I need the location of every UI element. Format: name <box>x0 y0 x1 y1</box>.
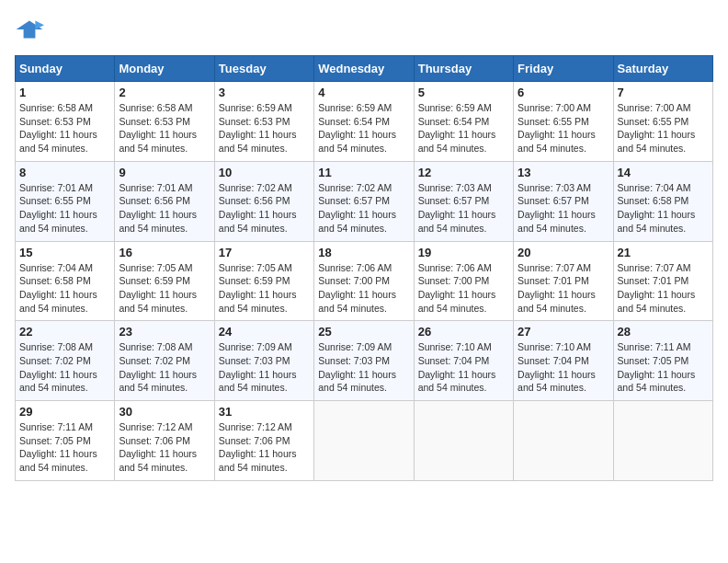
calendar-cell: 23Sunrise: 7:08 AMSunset: 7:02 PMDayligh… <box>115 321 214 401</box>
day-info: Sunrise: 6:59 AMSunset: 6:54 PMDaylight:… <box>418 101 509 155</box>
day-number: 21 <box>618 246 709 259</box>
day-number: 24 <box>219 325 310 339</box>
calendar-week-row: 22Sunrise: 7:08 AMSunset: 7:02 PMDayligh… <box>16 321 713 401</box>
calendar-cell: 22Sunrise: 7:08 AMSunset: 7:02 PMDayligh… <box>16 321 115 401</box>
day-info: Sunrise: 7:05 AMSunset: 6:59 PMDaylight:… <box>119 261 210 316</box>
calendar-cell <box>414 401 513 481</box>
day-number: 11 <box>318 166 409 179</box>
day-number: 10 <box>219 166 310 179</box>
day-number: 30 <box>119 405 210 419</box>
day-number: 6 <box>518 86 609 99</box>
day-number: 27 <box>518 325 609 339</box>
header-saturday: Saturday <box>613 56 712 82</box>
day-number: 1 <box>19 86 110 99</box>
day-info: Sunrise: 7:10 AMSunset: 7:04 PMDaylight:… <box>418 340 509 395</box>
day-info: Sunrise: 7:06 AMSunset: 7:00 PMDaylight:… <box>318 261 409 316</box>
day-number: 28 <box>618 325 709 339</box>
header-tuesday: Tuesday <box>214 56 313 82</box>
day-info: Sunrise: 7:12 AMSunset: 7:06 PMDaylight:… <box>119 420 210 475</box>
logo <box>15 15 48 44</box>
header-friday: Friday <box>514 56 613 82</box>
day-info: Sunrise: 7:02 AMSunset: 6:57 PMDaylight:… <box>318 181 409 236</box>
calendar-cell: 3Sunrise: 6:59 AMSunset: 6:53 PMDaylight… <box>214 82 313 162</box>
calendar-cell: 19Sunrise: 7:06 AMSunset: 7:00 PMDayligh… <box>414 241 513 321</box>
calendar-cell: 26Sunrise: 7:10 AMSunset: 7:04 PMDayligh… <box>414 321 513 401</box>
calendar-cell: 21Sunrise: 7:07 AMSunset: 7:01 PMDayligh… <box>613 241 712 321</box>
calendar-cell: 29Sunrise: 7:11 AMSunset: 7:05 PMDayligh… <box>16 401 115 481</box>
calendar-cell: 15Sunrise: 7:04 AMSunset: 6:58 PMDayligh… <box>16 241 115 321</box>
calendar-cell: 31Sunrise: 7:12 AMSunset: 7:06 PMDayligh… <box>214 401 313 481</box>
calendar-cell: 4Sunrise: 6:59 AMSunset: 6:54 PMDaylight… <box>314 82 414 162</box>
day-number: 8 <box>19 166 110 179</box>
day-number: 7 <box>618 86 709 99</box>
logo-icon <box>15 15 44 44</box>
calendar-cell: 9Sunrise: 7:01 AMSunset: 6:56 PMDaylight… <box>115 161 214 241</box>
calendar-cell: 16Sunrise: 7:05 AMSunset: 6:59 PMDayligh… <box>115 241 214 321</box>
calendar-week-row: 29Sunrise: 7:11 AMSunset: 7:05 PMDayligh… <box>16 401 713 481</box>
day-info: Sunrise: 7:09 AMSunset: 7:03 PMDaylight:… <box>219 340 310 395</box>
day-info: Sunrise: 7:02 AMSunset: 6:56 PMDaylight:… <box>219 181 310 236</box>
day-number: 19 <box>418 246 509 259</box>
day-number: 17 <box>219 246 310 259</box>
day-info: Sunrise: 7:07 AMSunset: 7:01 PMDaylight:… <box>618 261 709 316</box>
calendar-cell: 10Sunrise: 7:02 AMSunset: 6:56 PMDayligh… <box>214 161 313 241</box>
calendar-table: SundayMondayTuesdayWednesdayThursdayFrid… <box>15 55 713 481</box>
header-sunday: Sunday <box>16 56 115 82</box>
calendar-cell: 28Sunrise: 7:11 AMSunset: 7:05 PMDayligh… <box>613 321 712 401</box>
day-number: 22 <box>19 325 110 339</box>
header-wednesday: Wednesday <box>314 56 414 82</box>
day-number: 2 <box>119 86 210 99</box>
day-info: Sunrise: 7:01 AMSunset: 6:55 PMDaylight:… <box>19 181 110 236</box>
day-number: 29 <box>19 405 110 419</box>
day-number: 4 <box>318 86 409 99</box>
day-info: Sunrise: 7:05 AMSunset: 6:59 PMDaylight:… <box>219 261 310 316</box>
day-number: 12 <box>418 166 509 179</box>
calendar-cell <box>514 401 613 481</box>
day-info: Sunrise: 7:12 AMSunset: 7:06 PMDaylight:… <box>219 420 310 475</box>
calendar-week-row: 1Sunrise: 6:58 AMSunset: 6:53 PMDaylight… <box>16 82 713 162</box>
day-number: 23 <box>119 325 210 339</box>
calendar-cell: 2Sunrise: 6:58 AMSunset: 6:53 PMDaylight… <box>115 82 214 162</box>
calendar-week-row: 8Sunrise: 7:01 AMSunset: 6:55 PMDaylight… <box>16 161 713 241</box>
day-number: 20 <box>518 246 609 259</box>
day-info: Sunrise: 7:03 AMSunset: 6:57 PMDaylight:… <box>518 181 609 236</box>
day-number: 13 <box>518 166 609 179</box>
day-info: Sunrise: 7:08 AMSunset: 7:02 PMDaylight:… <box>19 340 110 395</box>
page-header <box>15 15 713 44</box>
day-info: Sunrise: 7:11 AMSunset: 7:05 PMDaylight:… <box>618 340 709 395</box>
day-info: Sunrise: 7:10 AMSunset: 7:04 PMDaylight:… <box>518 340 609 395</box>
day-info: Sunrise: 7:01 AMSunset: 6:56 PMDaylight:… <box>119 181 210 236</box>
day-info: Sunrise: 7:00 AMSunset: 6:55 PMDaylight:… <box>518 101 609 155</box>
day-info: Sunrise: 6:58 AMSunset: 6:53 PMDaylight:… <box>19 101 110 155</box>
calendar-cell: 6Sunrise: 7:00 AMSunset: 6:55 PMDaylight… <box>514 82 613 162</box>
day-number: 3 <box>219 86 310 99</box>
day-info: Sunrise: 7:08 AMSunset: 7:02 PMDaylight:… <box>119 340 210 395</box>
day-number: 14 <box>618 166 709 179</box>
calendar-cell: 30Sunrise: 7:12 AMSunset: 7:06 PMDayligh… <box>115 401 214 481</box>
calendar-cell: 7Sunrise: 7:00 AMSunset: 6:55 PMDaylight… <box>613 82 712 162</box>
calendar-cell: 12Sunrise: 7:03 AMSunset: 6:57 PMDayligh… <box>414 161 513 241</box>
day-info: Sunrise: 7:06 AMSunset: 7:00 PMDaylight:… <box>418 261 509 316</box>
day-number: 5 <box>418 86 509 99</box>
calendar-week-row: 15Sunrise: 7:04 AMSunset: 6:58 PMDayligh… <box>16 241 713 321</box>
calendar-cell: 24Sunrise: 7:09 AMSunset: 7:03 PMDayligh… <box>214 321 313 401</box>
day-info: Sunrise: 7:04 AMSunset: 6:58 PMDaylight:… <box>19 261 110 316</box>
day-number: 26 <box>418 325 509 339</box>
calendar-cell: 25Sunrise: 7:09 AMSunset: 7:03 PMDayligh… <box>314 321 414 401</box>
calendar-cell: 13Sunrise: 7:03 AMSunset: 6:57 PMDayligh… <box>514 161 613 241</box>
header-monday: Monday <box>115 56 214 82</box>
calendar-cell: 5Sunrise: 6:59 AMSunset: 6:54 PMDaylight… <box>414 82 513 162</box>
calendar-header-row: SundayMondayTuesdayWednesdayThursdayFrid… <box>16 56 713 82</box>
calendar-cell: 20Sunrise: 7:07 AMSunset: 7:01 PMDayligh… <box>514 241 613 321</box>
calendar-cell: 14Sunrise: 7:04 AMSunset: 6:58 PMDayligh… <box>613 161 712 241</box>
day-info: Sunrise: 7:11 AMSunset: 7:05 PMDaylight:… <box>19 420 110 475</box>
calendar-cell: 1Sunrise: 6:58 AMSunset: 6:53 PMDaylight… <box>16 82 115 162</box>
day-info: Sunrise: 6:59 AMSunset: 6:54 PMDaylight:… <box>318 101 409 155</box>
day-info: Sunrise: 6:58 AMSunset: 6:53 PMDaylight:… <box>119 101 210 155</box>
day-info: Sunrise: 7:09 AMSunset: 7:03 PMDaylight:… <box>318 340 409 395</box>
calendar-cell <box>613 401 712 481</box>
calendar-cell <box>314 401 414 481</box>
day-number: 18 <box>318 246 409 259</box>
calendar-cell: 17Sunrise: 7:05 AMSunset: 6:59 PMDayligh… <box>214 241 313 321</box>
day-number: 16 <box>119 246 210 259</box>
